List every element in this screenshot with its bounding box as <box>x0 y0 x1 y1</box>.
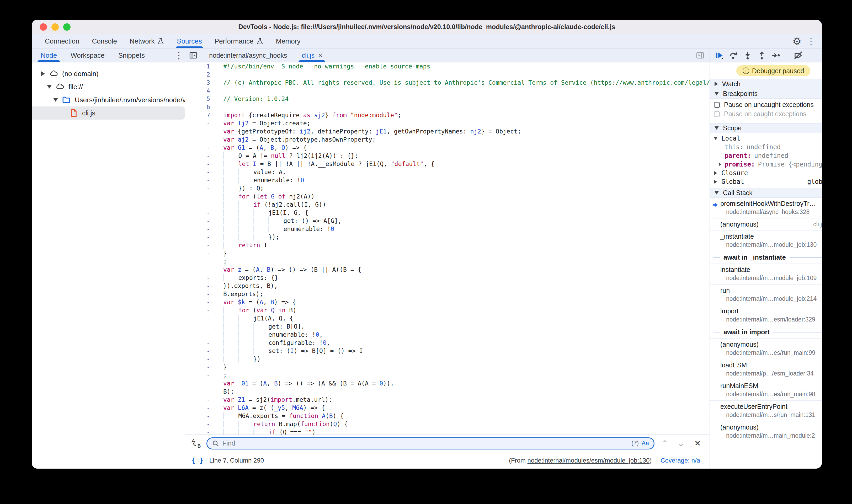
line-number[interactable]: - <box>185 233 214 241</box>
call-stack-frame[interactable]: runnode:internal/m…module_job:214 <box>710 284 822 305</box>
expand-arrow-icon[interactable] <box>41 71 45 76</box>
scope-variable-parent[interactable]: parent:undefined <box>710 151 822 160</box>
line-number[interactable]: - <box>185 347 214 355</box>
call-stack-frame[interactable]: loadESMnode:internal/p…/esm_loader:34 <box>710 359 822 380</box>
call-stack-frame[interactable]: importnode:internal/m…esm/loader:329 <box>710 305 822 326</box>
line-number[interactable]: - <box>185 225 214 233</box>
line-number[interactable]: - <box>185 412 214 420</box>
tree-item-no-domain[interactable]: (no domain) <box>32 67 185 80</box>
line-number[interactable]: - <box>185 404 214 412</box>
line-number[interactable]: - <box>185 379 214 388</box>
hide-navigator-icon[interactable] <box>185 49 202 62</box>
call-stack-frame[interactable]: runMainESMnode:internal/m…es/run_main:98 <box>710 380 822 400</box>
find-next-icon[interactable]: ⌄ <box>675 439 687 448</box>
collapse-arrow-icon[interactable] <box>47 85 52 89</box>
tab-sources[interactable]: Sources <box>171 34 208 48</box>
pretty-print-icon[interactable]: { } <box>191 456 203 464</box>
source-code-viewer[interactable]: 1#!/usr/bin/env -S node --no-warnings --… <box>185 62 710 434</box>
scope-variable-this[interactable]: this:undefined <box>710 143 822 151</box>
replace-toggle-icon[interactable]: A B <box>191 438 202 449</box>
section-watch[interactable]: Watch <box>710 79 822 89</box>
collapse-arrow-icon[interactable] <box>714 126 719 130</box>
minimize-window-button[interactable] <box>51 23 59 31</box>
tree-item-clijs[interactable]: cli.js <box>32 106 185 120</box>
line-number[interactable]: 3 <box>185 79 214 87</box>
expand-arrow-icon[interactable] <box>714 137 717 140</box>
line-number[interactable]: - <box>185 339 214 347</box>
close-find-icon[interactable]: ✕ <box>691 439 704 448</box>
collapse-arrow-icon[interactable] <box>714 191 719 195</box>
collapse-arrow-icon[interactable] <box>714 92 719 95</box>
line-number[interactable]: 4 <box>185 87 214 95</box>
source-origin-link[interactable]: node:internal/modules/esm/module_job:130 <box>528 457 650 464</box>
line-number[interactable]: - <box>185 209 214 217</box>
line-number[interactable]: - <box>185 241 214 249</box>
navigator-more-icon[interactable]: ⋮ <box>173 49 185 62</box>
pause-uncaught-row[interactable]: Pause on uncaught exceptions <box>710 100 822 109</box>
line-number[interactable]: 1 <box>185 62 214 71</box>
scope-group-local[interactable]: Local <box>710 134 822 143</box>
line-number[interactable]: - <box>185 217 214 225</box>
step-icon[interactable] <box>770 50 782 61</box>
find-input[interactable] <box>223 439 628 447</box>
line-number[interactable]: - <box>185 298 214 306</box>
maximize-window-button[interactable] <box>63 23 71 31</box>
toggle-debugger-pane-icon[interactable] <box>694 50 706 61</box>
line-number[interactable]: - <box>185 193 214 201</box>
line-number[interactable]: - <box>185 274 214 282</box>
line-number[interactable]: - <box>185 388 214 396</box>
line-number[interactable]: - <box>185 420 214 428</box>
coverage-link[interactable]: Coverage: n/a <box>660 457 700 464</box>
line-number[interactable]: - <box>185 428 214 434</box>
line-number[interactable]: 7 <box>185 111 214 119</box>
line-number[interactable]: - <box>185 168 214 176</box>
line-number[interactable]: - <box>185 290 214 298</box>
line-number[interactable]: - <box>185 136 214 144</box>
line-number[interactable]: 2 <box>185 71 214 79</box>
tab-workspace[interactable]: Workspace <box>64 49 111 62</box>
tree-item-file-protocol[interactable]: file:// <box>32 80 185 93</box>
line-number[interactable]: - <box>185 257 214 266</box>
line-number[interactable]: - <box>185 184 214 193</box>
section-breakpoints[interactable]: Breakpoints <box>710 89 822 98</box>
settings-gear-icon[interactable]: ⚙ <box>791 35 803 48</box>
scope-group-global[interactable]: Globalglobal <box>710 177 822 186</box>
call-stack-frame[interactable]: instantiatenode:internal/m…module_job:10… <box>710 264 822 284</box>
line-number[interactable]: - <box>185 160 214 168</box>
scope-group-closure[interactable]: Closure <box>710 168 822 177</box>
call-stack-frame[interactable]: (anonymous)node:internal/m…main_module:2 <box>710 421 822 442</box>
call-stack-frame[interactable]: (anonymous)node:internal/m…es/run_main:9… <box>710 338 822 359</box>
line-number[interactable]: - <box>185 201 214 209</box>
regex-toggle[interactable]: (.*) <box>632 440 638 447</box>
line-number[interactable]: - <box>185 266 214 274</box>
expand-arrow-icon[interactable] <box>714 171 717 175</box>
call-stack-frame[interactable]: promiseInitHookWithDestroyTr…node:intern… <box>710 198 822 218</box>
tab-snippets[interactable]: Snippets <box>111 49 152 62</box>
line-number[interactable]: - <box>185 127 214 136</box>
find-previous-icon[interactable]: ⌃ <box>659 439 671 448</box>
section-call-stack[interactable]: Call Stack <box>710 188 822 198</box>
line-number[interactable]: - <box>185 282 214 290</box>
line-number[interactable]: 5 <box>185 95 214 103</box>
tab-network[interactable]: Network <box>123 34 171 48</box>
line-number[interactable]: - <box>185 396 214 404</box>
step-out-icon[interactable] <box>756 50 767 61</box>
step-into-icon[interactable] <box>742 50 753 61</box>
tab-clijs[interactable]: cli.js × <box>294 49 330 62</box>
tab-node[interactable]: Node <box>34 49 64 62</box>
pause-caught-checkbox[interactable] <box>714 111 720 117</box>
call-stack-frame[interactable]: (anonymous)cli.js:1 <box>710 218 822 230</box>
line-number[interactable]: 6 <box>185 103 214 111</box>
line-number[interactable]: - <box>185 152 214 160</box>
deactivate-breakpoints-icon[interactable] <box>793 50 804 61</box>
line-number[interactable]: - <box>185 314 214 323</box>
tab-async-hooks[interactable]: node:internal/async_hooks <box>202 49 294 62</box>
expand-arrow-icon[interactable] <box>714 180 717 183</box>
more-options-icon[interactable]: ⋮ <box>805 35 817 48</box>
pause-uncaught-checkbox[interactable] <box>714 102 720 108</box>
close-window-button[interactable] <box>40 23 47 31</box>
line-number[interactable]: - <box>185 355 214 363</box>
step-over-icon[interactable] <box>728 50 739 61</box>
expand-arrow-icon[interactable] <box>719 163 721 166</box>
close-tab-icon[interactable]: × <box>318 51 322 59</box>
